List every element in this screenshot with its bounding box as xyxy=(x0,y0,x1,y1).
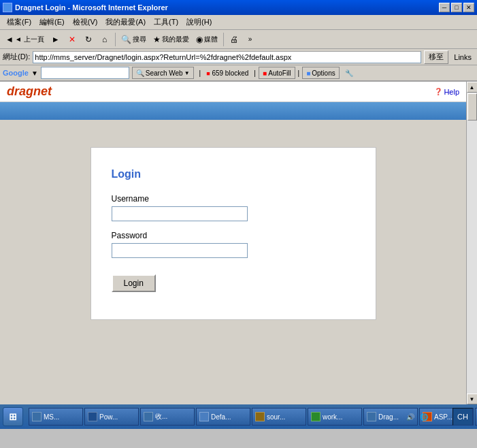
back-button[interactable]: ◄ ◄ 上一頁 xyxy=(3,32,47,47)
vertical-scrollbar: ▲ ▼ xyxy=(466,82,477,404)
google-dropdown-icon[interactable]: ▼ xyxy=(31,69,38,77)
taskbar-item-1[interactable]: Pow... xyxy=(84,408,139,426)
help-link[interactable]: ❓ Help xyxy=(434,88,459,96)
dragnet-logo: dragnet xyxy=(7,84,52,99)
stop-button[interactable]: ✕ xyxy=(65,32,80,47)
go-button[interactable]: 移至 xyxy=(424,50,448,64)
google-search-button[interactable]: 🔍 Search Web ▼ xyxy=(132,67,194,79)
refresh-button[interactable]: ↻ xyxy=(81,32,96,47)
taskbar-item-2[interactable]: 收... xyxy=(140,408,195,426)
toolbar-separator-2 xyxy=(223,33,224,46)
maximize-button[interactable]: □ xyxy=(451,3,462,12)
title-bar-icon xyxy=(3,3,12,12)
wrench-icon[interactable]: 🔧 xyxy=(345,69,353,77)
minimize-button[interactable]: ─ xyxy=(439,3,450,12)
address-bar: 網址(D): 移至 Links xyxy=(0,49,477,65)
password-input[interactable] xyxy=(112,243,248,258)
menu-bar: 檔案(F) 編輯(E) 檢視(V) 我的最愛(A) 工具(T) 說明(H) xyxy=(0,15,477,30)
start-button[interactable]: ⊞ xyxy=(3,407,23,426)
links-button[interactable]: Links xyxy=(451,53,474,61)
blue-nav-bar xyxy=(0,102,466,120)
print-button[interactable]: 🖨 xyxy=(227,32,242,47)
menu-favorites[interactable]: 我的最愛(A) xyxy=(101,16,150,29)
password-group: Password xyxy=(112,231,348,258)
taskbar-icon-6 xyxy=(367,412,376,421)
title-bar-text: Dragnet Login - Microsoft Internet Explo… xyxy=(15,3,168,12)
menu-file[interactable]: 檔案(F) xyxy=(3,16,35,29)
menu-help[interactable]: 說明(H) xyxy=(182,16,216,29)
favorites-button[interactable]: ★ 我的最愛 xyxy=(150,32,192,47)
taskbar-icon-2 xyxy=(144,412,153,421)
menu-edit[interactable]: 編輯(E) xyxy=(35,16,69,29)
options-button[interactable]: ■ Options xyxy=(302,67,340,79)
separator-2: | xyxy=(254,69,256,77)
forward-button[interactable]: ► xyxy=(48,32,63,47)
taskbar-item-5[interactable]: work... xyxy=(308,408,362,426)
taskbar-item-0[interactable]: MS... xyxy=(29,408,83,426)
scroll-down-button[interactable]: ▼ xyxy=(467,394,478,404)
taskbar: ⊞ MS... Pow... 收... Defa... sour... work… xyxy=(0,404,477,429)
taskbar-clock[interactable]: CH xyxy=(453,408,473,426)
google-toolbar: Google ▼ 🔍 Search Web ▼ | ■ 659 blocked … xyxy=(0,65,477,82)
more-button[interactable]: » xyxy=(243,32,258,47)
taskbar-icon-4 xyxy=(255,412,265,421)
toolbar-separator-1 xyxy=(115,33,116,46)
login-button[interactable]: Login xyxy=(112,274,156,292)
autofill-button[interactable]: ■ AutoFill xyxy=(259,67,295,79)
page-body: Login Username Password Login xyxy=(0,120,466,404)
login-box: Login Username Password Login xyxy=(91,147,376,320)
scroll-track[interactable] xyxy=(467,93,478,394)
scroll-up-button[interactable]: ▲ xyxy=(467,82,478,93)
address-input[interactable] xyxy=(33,51,421,63)
main-content: dragnet ❓ Help Login Username Password xyxy=(0,82,466,404)
address-label: 網址(D): xyxy=(3,52,30,62)
blocked-separator: | xyxy=(199,69,201,77)
username-group: Username xyxy=(112,194,348,221)
username-input[interactable] xyxy=(112,206,248,221)
username-label: Username xyxy=(112,194,348,204)
google-logo[interactable]: Google xyxy=(3,69,29,77)
taskbar-icon-1 xyxy=(88,412,97,421)
home-button[interactable]: ⌂ xyxy=(97,32,112,47)
search-button[interactable]: 🔍 搜尋 xyxy=(118,32,149,47)
browser-content: dragnet ❓ Help Login Username Password xyxy=(0,82,477,404)
blocked-count: ■ 659 blocked xyxy=(203,69,251,77)
separator-3: | xyxy=(298,69,300,77)
google-search-input[interactable] xyxy=(41,67,129,79)
taskbar-icon-5 xyxy=(311,412,320,421)
tray-icon-0[interactable]: 🔊 xyxy=(405,411,416,422)
tray-area: 🔊 🌐 xyxy=(405,407,429,426)
taskbar-item-3[interactable]: Defa... xyxy=(196,408,250,426)
tray-icon-1[interactable]: 🌐 xyxy=(418,411,429,422)
media-button[interactable]: ◉ 媒體 xyxy=(193,32,220,47)
close-button[interactable]: ✕ xyxy=(463,3,474,12)
menu-view[interactable]: 檢視(V) xyxy=(69,16,102,29)
page-header: dragnet ❓ Help xyxy=(0,82,466,102)
taskbar-icon-0 xyxy=(32,412,42,421)
scroll-thumb[interactable] xyxy=(467,93,477,121)
login-title: Login xyxy=(112,168,348,180)
taskbar-icon-3 xyxy=(199,412,209,421)
menu-tools[interactable]: 工具(T) xyxy=(150,16,182,29)
title-bar-buttons: ─ □ ✕ xyxy=(439,3,474,12)
password-label: Password xyxy=(112,231,348,240)
toolbar: ◄ ◄ 上一頁 ► ✕ ↻ ⌂ 🔍 搜尋 ★ 我的最愛 ◉ 媒體 🖨 » xyxy=(0,30,477,49)
taskbar-item-4[interactable]: sour... xyxy=(252,408,306,426)
title-bar: Dragnet Login - Microsoft Internet Explo… xyxy=(0,0,477,15)
